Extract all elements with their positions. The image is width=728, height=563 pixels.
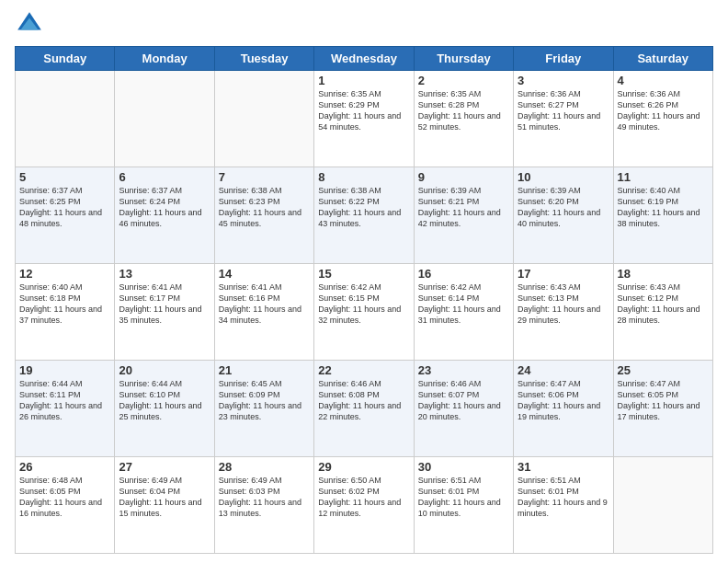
calendar-cell: 25Sunrise: 6:47 AM Sunset: 6:05 PM Dayli…	[613, 361, 712, 457]
weekday-header-saturday: Saturday	[613, 47, 712, 71]
calendar-cell: 11Sunrise: 6:40 AM Sunset: 6:19 PM Dayli…	[613, 167, 712, 264]
page: SundayMondayTuesdayWednesdayThursdayFrid…	[0, 0, 728, 563]
day-info: Sunrise: 6:37 AM Sunset: 6:24 PM Dayligh…	[119, 185, 210, 230]
day-number: 1	[318, 74, 409, 87]
day-info: Sunrise: 6:36 AM Sunset: 6:27 PM Dayligh…	[518, 88, 609, 133]
day-info: Sunrise: 6:47 AM Sunset: 6:05 PM Dayligh…	[618, 378, 709, 423]
weekday-header-thursday: Thursday	[414, 47, 513, 71]
day-number: 13	[119, 267, 210, 281]
day-info: Sunrise: 6:50 AM Sunset: 6:02 PM Dayligh…	[318, 475, 409, 520]
calendar-cell	[16, 71, 115, 167]
calendar-cell: 26Sunrise: 6:48 AM Sunset: 6:05 PM Dayli…	[16, 457, 115, 554]
weekday-header-tuesday: Tuesday	[214, 47, 313, 71]
calendar-cell: 16Sunrise: 6:42 AM Sunset: 6:14 PM Dayli…	[414, 264, 513, 361]
day-info: Sunrise: 6:51 AM Sunset: 6:01 PM Dayligh…	[518, 475, 609, 520]
day-info: Sunrise: 6:40 AM Sunset: 6:18 PM Dayligh…	[19, 282, 110, 327]
day-info: Sunrise: 6:37 AM Sunset: 6:25 PM Dayligh…	[19, 185, 110, 230]
calendar-cell: 4Sunrise: 6:36 AM Sunset: 6:26 PM Daylig…	[613, 71, 712, 167]
day-number: 18	[618, 267, 709, 281]
day-info: Sunrise: 6:44 AM Sunset: 6:11 PM Dayligh…	[19, 378, 110, 423]
day-number: 30	[418, 460, 509, 474]
calendar-week-2: 5Sunrise: 6:37 AM Sunset: 6:25 PM Daylig…	[16, 167, 713, 264]
logo	[15, 9, 48, 39]
calendar-cell	[613, 457, 712, 554]
day-info: Sunrise: 6:43 AM Sunset: 6:13 PM Dayligh…	[518, 282, 609, 327]
day-number: 26	[19, 460, 110, 474]
day-number: 24	[518, 363, 609, 377]
header	[15, 9, 713, 39]
logo-icon	[15, 9, 44, 39]
day-info: Sunrise: 6:39 AM Sunset: 6:21 PM Dayligh…	[418, 185, 509, 230]
day-number: 16	[418, 267, 509, 281]
day-number: 20	[119, 363, 210, 377]
day-number: 9	[418, 170, 509, 184]
calendar-cell: 10Sunrise: 6:39 AM Sunset: 6:20 PM Dayli…	[514, 167, 613, 264]
day-number: 2	[418, 74, 509, 87]
calendar-cell: 6Sunrise: 6:37 AM Sunset: 6:24 PM Daylig…	[115, 167, 214, 264]
day-info: Sunrise: 6:51 AM Sunset: 6:01 PM Dayligh…	[418, 475, 509, 520]
day-info: Sunrise: 6:42 AM Sunset: 6:14 PM Dayligh…	[418, 282, 509, 327]
day-number: 21	[219, 363, 310, 377]
calendar-cell: 13Sunrise: 6:41 AM Sunset: 6:17 PM Dayli…	[115, 264, 214, 361]
day-info: Sunrise: 6:35 AM Sunset: 6:29 PM Dayligh…	[318, 88, 409, 133]
calendar-cell: 8Sunrise: 6:38 AM Sunset: 6:22 PM Daylig…	[314, 167, 414, 264]
day-info: Sunrise: 6:47 AM Sunset: 6:06 PM Dayligh…	[518, 378, 609, 423]
day-info: Sunrise: 6:49 AM Sunset: 6:03 PM Dayligh…	[219, 475, 310, 520]
calendar-cell: 15Sunrise: 6:42 AM Sunset: 6:15 PM Dayli…	[314, 264, 414, 361]
calendar-cell: 7Sunrise: 6:38 AM Sunset: 6:23 PM Daylig…	[214, 167, 313, 264]
calendar-cell: 20Sunrise: 6:44 AM Sunset: 6:10 PM Dayli…	[115, 361, 214, 457]
calendar-cell: 31Sunrise: 6:51 AM Sunset: 6:01 PM Dayli…	[514, 457, 613, 554]
day-number: 15	[318, 267, 409, 281]
calendar-cell: 18Sunrise: 6:43 AM Sunset: 6:12 PM Dayli…	[613, 264, 712, 361]
day-number: 27	[119, 460, 210, 474]
day-info: Sunrise: 6:42 AM Sunset: 6:15 PM Dayligh…	[318, 282, 409, 327]
day-info: Sunrise: 6:46 AM Sunset: 6:08 PM Dayligh…	[318, 378, 409, 423]
day-info: Sunrise: 6:40 AM Sunset: 6:19 PM Dayligh…	[618, 185, 709, 230]
calendar-cell: 1Sunrise: 6:35 AM Sunset: 6:29 PM Daylig…	[314, 71, 414, 167]
day-info: Sunrise: 6:36 AM Sunset: 6:26 PM Dayligh…	[618, 88, 709, 133]
day-number: 12	[19, 267, 110, 281]
day-info: Sunrise: 6:35 AM Sunset: 6:28 PM Dayligh…	[418, 88, 509, 133]
day-number: 11	[618, 170, 709, 184]
day-info: Sunrise: 6:38 AM Sunset: 6:23 PM Dayligh…	[219, 185, 310, 230]
calendar-cell	[214, 71, 313, 167]
day-info: Sunrise: 6:46 AM Sunset: 6:07 PM Dayligh…	[418, 378, 509, 423]
day-info: Sunrise: 6:41 AM Sunset: 6:16 PM Dayligh…	[219, 282, 310, 327]
day-number: 29	[318, 460, 409, 474]
calendar-cell: 27Sunrise: 6:49 AM Sunset: 6:04 PM Dayli…	[115, 457, 214, 554]
weekday-header-sunday: Sunday	[16, 47, 115, 71]
day-number: 7	[219, 170, 310, 184]
calendar-cell: 24Sunrise: 6:47 AM Sunset: 6:06 PM Dayli…	[514, 361, 613, 457]
day-info: Sunrise: 6:43 AM Sunset: 6:12 PM Dayligh…	[618, 282, 709, 327]
day-info: Sunrise: 6:49 AM Sunset: 6:04 PM Dayligh…	[119, 475, 210, 520]
calendar-week-1: 1Sunrise: 6:35 AM Sunset: 6:29 PM Daylig…	[16, 71, 713, 167]
calendar-table: SundayMondayTuesdayWednesdayThursdayFrid…	[15, 46, 713, 554]
weekday-header-row: SundayMondayTuesdayWednesdayThursdayFrid…	[16, 47, 713, 71]
calendar-cell: 28Sunrise: 6:49 AM Sunset: 6:03 PM Dayli…	[214, 457, 313, 554]
day-number: 28	[219, 460, 310, 474]
day-number: 8	[318, 170, 409, 184]
day-number: 6	[119, 170, 210, 184]
calendar-cell: 3Sunrise: 6:36 AM Sunset: 6:27 PM Daylig…	[514, 71, 613, 167]
calendar-cell: 14Sunrise: 6:41 AM Sunset: 6:16 PM Dayli…	[214, 264, 313, 361]
calendar-cell: 30Sunrise: 6:51 AM Sunset: 6:01 PM Dayli…	[414, 457, 513, 554]
calendar-cell: 23Sunrise: 6:46 AM Sunset: 6:07 PM Dayli…	[414, 361, 513, 457]
calendar-cell	[115, 71, 214, 167]
day-info: Sunrise: 6:45 AM Sunset: 6:09 PM Dayligh…	[219, 378, 310, 423]
day-number: 4	[618, 74, 709, 87]
day-info: Sunrise: 6:48 AM Sunset: 6:05 PM Dayligh…	[19, 475, 110, 520]
calendar-week-3: 12Sunrise: 6:40 AM Sunset: 6:18 PM Dayli…	[16, 264, 713, 361]
calendar-cell: 9Sunrise: 6:39 AM Sunset: 6:21 PM Daylig…	[414, 167, 513, 264]
day-number: 17	[518, 267, 609, 281]
calendar-cell: 21Sunrise: 6:45 AM Sunset: 6:09 PM Dayli…	[214, 361, 313, 457]
day-number: 10	[518, 170, 609, 184]
day-number: 22	[318, 363, 409, 377]
weekday-header-wednesday: Wednesday	[314, 47, 414, 71]
calendar-cell: 17Sunrise: 6:43 AM Sunset: 6:13 PM Dayli…	[514, 264, 613, 361]
day-number: 31	[518, 460, 609, 474]
calendar-cell: 22Sunrise: 6:46 AM Sunset: 6:08 PM Dayli…	[314, 361, 414, 457]
calendar-cell: 5Sunrise: 6:37 AM Sunset: 6:25 PM Daylig…	[16, 167, 115, 264]
day-number: 3	[518, 74, 609, 87]
day-number: 5	[19, 170, 110, 184]
calendar-cell: 12Sunrise: 6:40 AM Sunset: 6:18 PM Dayli…	[16, 264, 115, 361]
